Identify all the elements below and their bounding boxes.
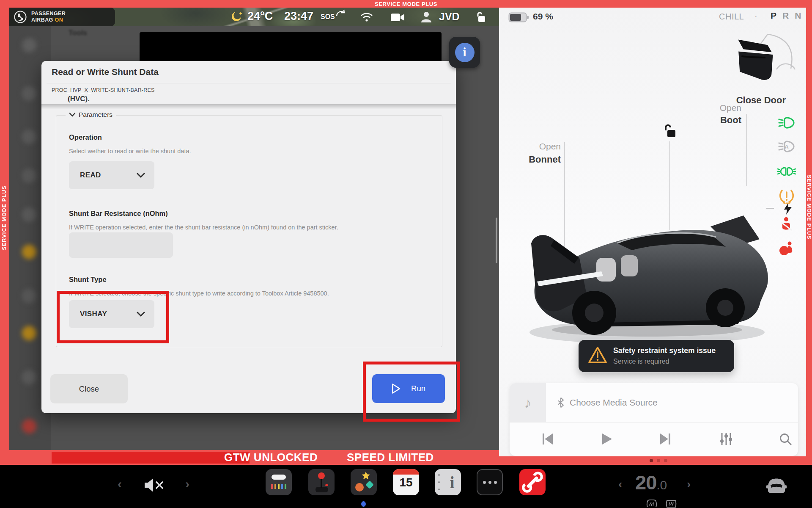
unlocked-icon[interactable] bbox=[662, 123, 677, 140]
gear-p: P bbox=[771, 11, 776, 21]
page-dot[interactable] bbox=[657, 459, 660, 462]
rear-defrost-icon[interactable] bbox=[666, 500, 677, 508]
accel-mode-label: CHILL bbox=[719, 12, 744, 22]
parameters-fieldset: Parameters Operation Select wether to re… bbox=[56, 115, 442, 347]
sos-label[interactable]: SOS bbox=[321, 13, 335, 21]
dashcam-icon[interactable] bbox=[391, 13, 405, 22]
sidebar-blurred-icon bbox=[22, 86, 36, 101]
sos-arrow-icon bbox=[336, 9, 346, 19]
run-button[interactable]: Run bbox=[372, 374, 445, 403]
speed-limited-label: SPEED LIMITED bbox=[347, 450, 434, 465]
choose-media-source[interactable]: Choose Media Source bbox=[557, 383, 658, 422]
dock-next-chevron[interactable]: › bbox=[185, 477, 189, 491]
alert-title: Safety restraint system issue bbox=[613, 346, 716, 355]
dock-icon-calendar[interactable]: 15 bbox=[393, 469, 419, 495]
manual-i-glyph: i bbox=[443, 472, 461, 492]
climate-car-icon[interactable] bbox=[765, 476, 788, 494]
profile-name[interactable]: JVD bbox=[439, 11, 460, 23]
info-button[interactable]: i bbox=[449, 37, 480, 68]
service-mode-right-label: SERVICE MODE PLUS bbox=[806, 175, 812, 240]
service-mode-left-strip: SERVICE MODE PLUS bbox=[0, 8, 9, 465]
shunt-type-label: Shunt Type bbox=[69, 276, 107, 284]
clipped-description-line: (HVC). bbox=[68, 95, 90, 103]
dock-icon-boombox[interactable] bbox=[266, 469, 292, 495]
operation-dropdown[interactable]: READ bbox=[69, 161, 154, 189]
close-button[interactable]: Close bbox=[50, 374, 128, 403]
climate-temp-down[interactable]: ‹ bbox=[618, 478, 622, 491]
volume-muted-icon[interactable] bbox=[143, 476, 164, 494]
alert-subtitle: Service is required bbox=[613, 358, 669, 365]
next-icon bbox=[659, 433, 671, 445]
media-player: ♪ Choose Media Source bbox=[510, 383, 798, 456]
panel-scrollbar[interactable] bbox=[496, 218, 497, 263]
lowbeam-on-icon bbox=[778, 116, 795, 130]
passenger-label: PASSENGER bbox=[31, 11, 66, 17]
previous-icon bbox=[542, 433, 554, 445]
bluetooth-icon bbox=[557, 397, 565, 408]
service-mode-right-strip: SERVICE MODE PLUS bbox=[806, 8, 812, 465]
operation-description: Select wether to read or write the shunt… bbox=[69, 148, 191, 155]
airbag-label: AIRBAG bbox=[31, 17, 53, 23]
search-button[interactable] bbox=[777, 431, 794, 447]
gtw-unlocked-label: GTW UNLOCKED bbox=[224, 450, 318, 465]
operation-value: READ bbox=[80, 171, 101, 179]
resistance-label: Shunt Bar Resistance (nOhm) bbox=[69, 210, 168, 218]
climate-temperature[interactable]: 20.0 bbox=[635, 471, 667, 494]
next-track-button[interactable] bbox=[657, 431, 674, 447]
gear-indicator: P R N D bbox=[765, 11, 806, 21]
gear-n: N bbox=[795, 11, 801, 21]
dock-icon-theater[interactable] bbox=[351, 469, 377, 495]
sidebar-blurred-icon bbox=[22, 38, 36, 52]
active-app-dot bbox=[361, 501, 366, 507]
airbag-status-icon bbox=[14, 10, 27, 24]
sidebar-blurred-warning-icon bbox=[22, 326, 36, 340]
highlight-box-shunt-type bbox=[57, 291, 169, 343]
play-button[interactable] bbox=[598, 431, 615, 447]
player-divider bbox=[510, 422, 798, 422]
climate-temp-up[interactable]: › bbox=[687, 478, 691, 491]
profile-icon[interactable] bbox=[420, 11, 432, 23]
page-dot[interactable] bbox=[664, 459, 667, 462]
redacted-field bbox=[140, 32, 442, 63]
door-open-illustration bbox=[727, 28, 797, 83]
open-bonnet-button[interactable]: Open Bonnet bbox=[515, 140, 561, 166]
sidebar-blurred-icon bbox=[22, 207, 36, 222]
page-dot-active[interactable] bbox=[650, 459, 653, 462]
sidebar-blurred-icon bbox=[22, 130, 36, 144]
seatbelt-warning-icon bbox=[779, 217, 794, 232]
vehicle-panel: 69 % CHILL · P R N D Close Door bbox=[499, 8, 806, 456]
panel-bottom-strip bbox=[499, 456, 812, 465]
passenger-airbag-badge: PASSENGER AIRBAG ON bbox=[9, 8, 115, 26]
warning-triangle-icon bbox=[588, 346, 607, 364]
operation-label: Operation bbox=[69, 133, 102, 141]
dock-icon-manual[interactable]: i bbox=[435, 469, 461, 495]
power-limit-icon bbox=[783, 202, 793, 215]
parameters-legend[interactable]: Parameters bbox=[66, 111, 116, 119]
front-defrost-icon[interactable] bbox=[646, 500, 657, 508]
dock: ‹ › bbox=[0, 465, 812, 508]
dock-icon-more-apps[interactable] bbox=[477, 469, 503, 495]
safety-alert-toast[interactable]: Safety restraint system issue Service is… bbox=[579, 340, 734, 372]
chevron-down-icon bbox=[69, 112, 76, 117]
background-page-title: Tools bbox=[69, 29, 87, 37]
dock-icon-arcade[interactable] bbox=[308, 469, 335, 495]
play-icon bbox=[392, 383, 401, 394]
vehicle-3d-view[interactable] bbox=[512, 175, 782, 353]
sidebar-blurred-warning-icon bbox=[22, 245, 36, 259]
gear-r: R bbox=[782, 11, 789, 21]
airbag-state: ON bbox=[55, 17, 63, 23]
dock-prev-chevron[interactable]: ‹ bbox=[118, 477, 122, 491]
dock-icon-service[interactable] bbox=[519, 469, 546, 495]
column-dash bbox=[766, 208, 774, 209]
battery-percent: 69 % bbox=[533, 11, 553, 22]
search-icon bbox=[779, 433, 792, 445]
lock-icon[interactable] bbox=[475, 11, 487, 24]
album-art-placeholder: ♪ bbox=[510, 383, 546, 422]
service-mode-left-label: SERVICE MODE PLUS bbox=[1, 185, 7, 250]
alert-banner: GTW UNLOCKED SPEED LIMITED bbox=[9, 450, 499, 465]
resistance-input[interactable] bbox=[69, 232, 173, 258]
open-boot-button[interactable]: Open Boot bbox=[677, 102, 741, 126]
calendar-day: 15 bbox=[393, 476, 419, 489]
equalizer-button[interactable] bbox=[718, 431, 735, 447]
previous-track-button[interactable] bbox=[539, 431, 556, 447]
